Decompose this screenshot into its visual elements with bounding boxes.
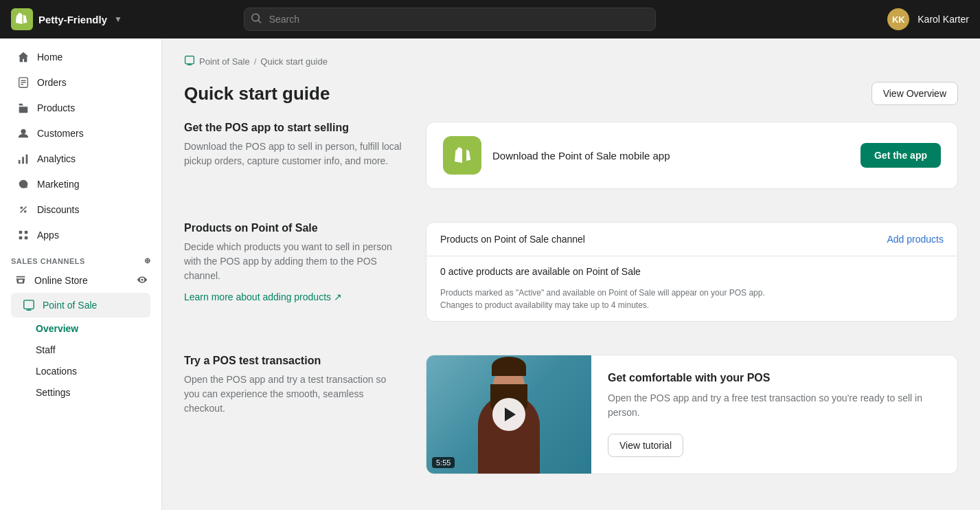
products-card: Products on Point of Sale channel Add pr… xyxy=(426,222,958,322)
add-products-link[interactable]: Add products xyxy=(887,234,944,245)
learn-more-label: Learn more about adding products xyxy=(184,291,331,302)
svg-rect-19 xyxy=(185,56,194,64)
main-content: Point of Sale / Quick start guide Quick … xyxy=(162,38,980,510)
test-section-title: Try a POS test transaction xyxy=(184,355,404,367)
svg-rect-15 xyxy=(25,236,28,240)
svg-point-10 xyxy=(24,210,27,213)
learn-more-link[interactable]: Learn more about adding products ↗ xyxy=(184,291,342,302)
section-test-right: 5:55 Get comfortable with your POS Open … xyxy=(426,355,958,474)
sidebar-item-point-of-sale[interactable]: Point of Sale xyxy=(11,293,150,318)
svg-rect-8 xyxy=(26,155,28,164)
pos-label: Point of Sale xyxy=(43,300,139,311)
app-card-inner: Download the Point of Sale mobile app Ge… xyxy=(426,122,957,188)
play-button[interactable] xyxy=(492,398,525,431)
marketing-icon xyxy=(16,177,30,191)
products-channel-label: Products on Point of Sale channel xyxy=(440,234,585,245)
pos-icon xyxy=(22,298,36,312)
sidebar-item-marketing[interactable]: Marketing xyxy=(5,172,156,197)
test-section-desc: Open the POS app and try a test transact… xyxy=(184,373,404,416)
app-layout: Home Orders Products Customers Analytics xyxy=(0,38,980,510)
section-products-left: Products on Point of Sale Decide which p… xyxy=(184,222,404,338)
view-overview-button[interactable]: View Overview xyxy=(871,82,958,105)
video-title: Get comfortable with your POS xyxy=(608,372,941,384)
svg-rect-12 xyxy=(19,231,23,234)
products-note: Products marked as "Active" and availabl… xyxy=(426,287,957,321)
svg-point-5 xyxy=(21,129,25,134)
pos-breadcrumb-icon xyxy=(184,55,195,68)
video-info: Get comfortable with your POS Open the P… xyxy=(591,355,957,474)
breadcrumb-current: Quick start guide xyxy=(260,56,328,67)
sidebar-label-home: Home xyxy=(37,52,62,63)
overview-label: Overview xyxy=(36,323,78,334)
customers-icon xyxy=(16,126,30,140)
svg-rect-14 xyxy=(19,236,23,240)
sidebar-label-apps: Apps xyxy=(37,230,59,241)
sidebar-label-orders: Orders xyxy=(37,77,67,88)
svg-point-9 xyxy=(21,207,23,210)
section-test-left: Try a POS test transaction Open the POS … xyxy=(184,355,404,474)
products-note-line2: Changes to product availability may take… xyxy=(440,299,944,311)
brand-chevron-icon: ▼ xyxy=(114,14,122,24)
svg-rect-7 xyxy=(22,157,24,164)
sidebar-item-customers[interactable]: Customers xyxy=(5,121,156,146)
sidebar-item-online-store[interactable]: Online Store xyxy=(5,269,156,292)
home-icon xyxy=(16,50,30,64)
video-thumbnail[interactable]: 5:55 xyxy=(426,355,591,474)
topbar: Petty-Friendly ▼ KK Karol Karter xyxy=(0,0,980,38)
eye-icon[interactable] xyxy=(137,274,148,287)
section-get-app: Get the POS app to start selling Downloa… xyxy=(184,122,958,206)
section-test-transaction: Try a POS test transaction Open the POS … xyxy=(184,355,958,474)
sidebar-item-discounts[interactable]: Discounts xyxy=(5,197,156,222)
video-desc: Open the POS app and try a free test tra… xyxy=(608,391,941,420)
search-icon xyxy=(251,13,262,26)
external-link-icon: ↗ xyxy=(334,291,342,302)
section-get-app-right: Download the Point of Sale mobile app Ge… xyxy=(426,122,958,206)
avatar: KK xyxy=(887,8,909,30)
pos-subnav-locations[interactable]: Locations xyxy=(5,361,156,381)
search-bar xyxy=(244,8,656,31)
products-card-header: Products on Point of Sale channel Add pr… xyxy=(426,223,957,256)
sidebar-label-discounts: Discounts xyxy=(37,204,79,215)
section-products: Products on Point of Sale Decide which p… xyxy=(184,222,958,338)
analytics-icon xyxy=(16,152,30,166)
sidebar-item-apps[interactable]: Apps xyxy=(5,223,156,247)
view-tutorial-button[interactable]: View tutorial xyxy=(608,434,683,457)
staff-label: Staff xyxy=(36,344,56,355)
get-app-card: Download the Point of Sale mobile app Ge… xyxy=(426,122,958,189)
settings-label: Settings xyxy=(36,387,71,398)
svg-rect-16 xyxy=(24,300,34,309)
get-app-button[interactable]: Get the app xyxy=(861,143,941,168)
breadcrumb-parent[interactable]: Point of Sale xyxy=(199,56,250,67)
products-section-desc: Decide which products you want to sell i… xyxy=(184,240,404,283)
orders-icon xyxy=(16,76,30,89)
search-input[interactable] xyxy=(244,8,656,31)
sidebar-item-orders[interactable]: Orders xyxy=(5,70,156,95)
locations-label: Locations xyxy=(36,366,77,377)
products-count: 0 active products are available on Point… xyxy=(426,256,957,287)
add-sales-channel-icon[interactable]: ⊕ xyxy=(144,256,151,265)
app-card-left: Download the Point of Sale mobile app xyxy=(443,136,670,175)
sidebar-item-home[interactable]: Home xyxy=(5,45,156,69)
apps-icon xyxy=(16,228,30,242)
products-section-title: Products on Point of Sale xyxy=(184,222,404,234)
sidebar-item-analytics[interactable]: Analytics xyxy=(5,146,156,171)
breadcrumb-separator: / xyxy=(254,56,257,67)
breadcrumb: Point of Sale / Quick start guide xyxy=(184,55,958,68)
sidebar-label-products: Products xyxy=(37,102,75,113)
sidebar-label-marketing: Marketing xyxy=(37,179,79,190)
brand-logo[interactable]: Petty-Friendly ▼ xyxy=(11,8,122,30)
products-icon xyxy=(16,101,30,115)
sales-channels-list: Online Store Point of Sale Overview Staf… xyxy=(0,269,161,403)
sidebar-label-customers: Customers xyxy=(37,128,84,139)
shopify-bag-icon xyxy=(443,136,481,175)
video-duration: 5:55 xyxy=(432,457,455,468)
products-note-line1: Products marked as "Active" and availabl… xyxy=(440,287,944,299)
pos-subnav-settings[interactable]: Settings xyxy=(5,382,156,403)
svg-rect-6 xyxy=(19,160,21,164)
section-products-right: Products on Point of Sale channel Add pr… xyxy=(426,222,958,338)
page-header: Quick start guide View Overview xyxy=(184,82,958,105)
svg-rect-13 xyxy=(25,231,28,234)
pos-subnav-staff[interactable]: Staff xyxy=(5,340,156,360)
sidebar-item-products[interactable]: Products xyxy=(5,96,156,120)
pos-subnav-overview[interactable]: Overview xyxy=(5,318,156,339)
